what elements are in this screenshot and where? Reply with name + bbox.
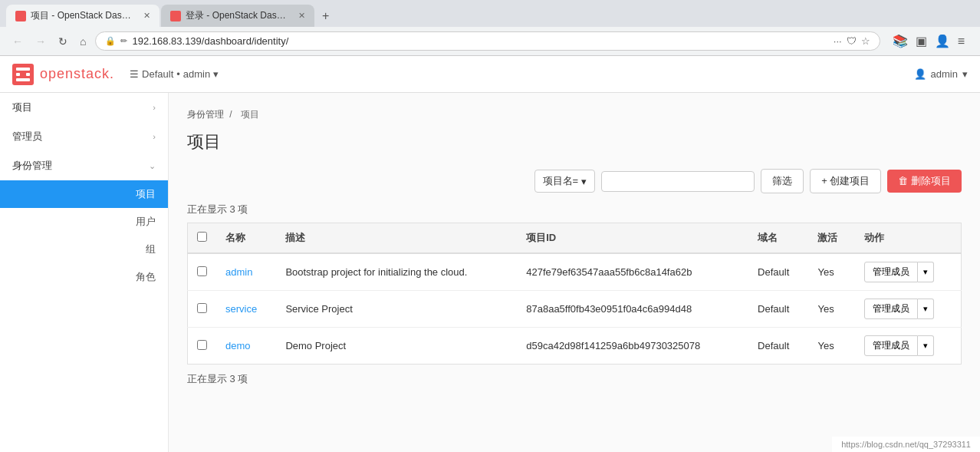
action-dropdown-button[interactable]: ▾ (918, 299, 934, 319)
sidebar-sub-label-projects: 项目 (136, 187, 156, 201)
sidebar-sub-label-users: 用户 (136, 215, 156, 229)
action-group: 管理成员 ▾ (864, 299, 952, 319)
sidebar-arrow-admin: › (153, 132, 156, 141)
breadcrumb: 身份管理 / 项目 (187, 108, 962, 121)
footer-bar: https://blog.csdn.net/qq_37293311 (832, 437, 980, 452)
home-button[interactable]: ⌂ (77, 32, 89, 51)
page-title: 项目 (187, 130, 962, 153)
action-group: 管理成员 ▾ (864, 335, 952, 356)
tab-1[interactable]: 项目 - OpenStack Dashb... ✕ (6, 5, 159, 27)
url-actions: ··· 🛡 ☆ (834, 35, 870, 47)
sidebar-sub-label-groups: 组 (146, 242, 156, 256)
project-description: Service Project (276, 291, 517, 328)
url-text: 192.168.83.139/dashboard/identity/ (132, 35, 828, 47)
tab-1-close[interactable]: ✕ (143, 11, 150, 21)
url-menu-icon[interactable]: ··· (834, 35, 842, 47)
search-input[interactable] (601, 171, 755, 192)
select-all-checkbox[interactable] (197, 232, 207, 242)
url-star-icon[interactable]: ☆ (861, 35, 870, 47)
svg-rect-1 (16, 78, 30, 81)
tab-2-label: 登录 - OpenStack Dashb... (186, 9, 291, 22)
url-security-icon: 🔒 (105, 36, 116, 46)
breadcrumb-parent[interactable]: 身份管理 (187, 109, 224, 120)
create-project-button[interactable]: + 创建项目 (810, 169, 881, 193)
sidebar-sub-label-roles: 角色 (136, 270, 156, 284)
forward-button[interactable]: → (32, 32, 49, 51)
sidebar: 项目 › 管理员 › 身份管理 ⌄ 项目 用户 组 角色 (0, 93, 169, 452)
back-button[interactable]: ← (9, 32, 26, 51)
main-content: 身份管理 / 项目 项目 项目名= ▾ 筛选 + 创建项目 🗑 删除项目 正在显… (169, 93, 980, 452)
action-dropdown-button[interactable]: ▾ (918, 335, 934, 356)
sidebar-label-admin: 管理员 (12, 130, 42, 144)
project-id: d59ca42d98f141259a6bb49730325078 (517, 328, 748, 365)
refresh-button[interactable]: ↻ (55, 32, 71, 51)
footer-text: https://blog.csdn.net/qq_37293311 (841, 440, 971, 449)
svg-rect-0 (16, 68, 30, 71)
address-bar: ← → ↻ ⌂ 🔒 ✏ 192.168.83.139/dashboard/ide… (0, 27, 980, 55)
action-dropdown-button[interactable]: ▾ (918, 262, 934, 282)
header-action: 动作 (855, 223, 962, 254)
action-group: 管理成员 ▾ (864, 262, 952, 282)
tab-2[interactable]: 登录 - OpenStack Dashb... ✕ (161, 5, 314, 27)
project-active: Yes (808, 328, 854, 365)
main-layout: 项目 › 管理员 › 身份管理 ⌄ 项目 用户 组 角色 (0, 93, 980, 452)
project-name-link[interactable]: service (225, 303, 257, 315)
app-header: openstack. ☰ Default • admin ▾ 👤 admin ▾ (0, 56, 980, 93)
account-icon[interactable]: 👤 (935, 34, 950, 48)
table-header-row: 名称 描述 项目ID 域名 激活 动作 (188, 223, 962, 254)
svg-rect-2 (16, 73, 20, 76)
project-active: Yes (808, 253, 854, 291)
sidebar-arrow-projects: › (153, 103, 156, 112)
logo-text: openstack. (40, 66, 114, 82)
url-shield-icon[interactable]: 🛡 (847, 35, 857, 47)
manage-members-button[interactable]: 管理成员 (864, 299, 918, 319)
tab-bar: 项目 - OpenStack Dashb... ✕ 登录 - OpenStack… (0, 0, 980, 27)
header-domain-selector[interactable]: ☰ Default • admin ▾ (130, 68, 219, 80)
toolbar: 项目名= ▾ 筛选 + 创建项目 🗑 删除项目 (187, 169, 962, 193)
tab-1-favicon (15, 11, 26, 21)
layout-icon[interactable]: ▣ (916, 34, 927, 48)
tab-1-label: 项目 - OpenStack Dashb... (31, 9, 136, 22)
manage-members-button[interactable]: 管理成员 (864, 335, 918, 356)
sidebar-label-identity: 身份管理 (12, 159, 52, 173)
showing-count-top: 正在显示 3 项 (187, 203, 962, 216)
sidebar-sub-item-groups[interactable]: 组 (0, 236, 168, 263)
table-row: service Service Project 87a8aa5ff0fb43e0… (188, 291, 962, 328)
menu-icon[interactable]: ≡ (958, 35, 965, 48)
project-domain: Default (748, 291, 808, 328)
browser-toolbar-icons: 📚 ▣ 👤 ≡ (886, 34, 971, 48)
sidebar-item-identity[interactable]: 身份管理 ⌄ (0, 151, 168, 180)
tab-2-close[interactable]: ✕ (298, 11, 305, 21)
header-name: 名称 (216, 223, 276, 254)
sidebar-sub-menu: 项目 用户 组 角色 (0, 180, 168, 291)
sidebar-sub-item-users[interactable]: 用户 (0, 208, 168, 236)
row-checkbox[interactable] (197, 303, 207, 313)
filter-dropdown[interactable]: 项目名= ▾ (534, 170, 596, 193)
header-active: 激活 (808, 223, 854, 254)
delete-projects-button[interactable]: 🗑 删除项目 (887, 170, 962, 193)
project-name-link[interactable]: demo (225, 340, 251, 351)
row-checkbox[interactable] (197, 266, 207, 276)
header-project: admin (183, 68, 210, 80)
sidebar-sub-item-projects[interactable]: 项目 (0, 180, 168, 208)
sidebar-item-projects[interactable]: 项目 › (0, 93, 168, 122)
url-box[interactable]: 🔒 ✏ 192.168.83.139/dashboard/identity/ ·… (95, 31, 880, 51)
sidebar-sub-item-roles[interactable]: 角色 (0, 263, 168, 291)
header-domain: 域名 (748, 223, 808, 254)
tab-2-favicon (170, 11, 181, 21)
new-tab-button[interactable]: + (316, 6, 335, 26)
filter-label: 项目名= (543, 174, 579, 188)
header-user-menu[interactable]: 👤 admin ▾ (914, 68, 968, 80)
project-action-cell: 管理成员 ▾ (855, 253, 962, 291)
filter-button[interactable]: 筛选 (761, 169, 804, 193)
manage-members-button[interactable]: 管理成员 (864, 262, 918, 282)
library-icon[interactable]: 📚 (893, 34, 908, 48)
breadcrumb-separator: / (229, 109, 232, 120)
row-checkbox[interactable] (197, 340, 207, 350)
header-project-id: 项目ID (517, 223, 748, 254)
sidebar-arrow-identity: ⌄ (149, 161, 156, 171)
project-name-link[interactable]: admin (225, 266, 252, 278)
filter-dropdown-icon: ▾ (581, 176, 587, 187)
sidebar-item-admin[interactable]: 管理员 › (0, 122, 168, 151)
domain-label: Default (142, 68, 173, 80)
